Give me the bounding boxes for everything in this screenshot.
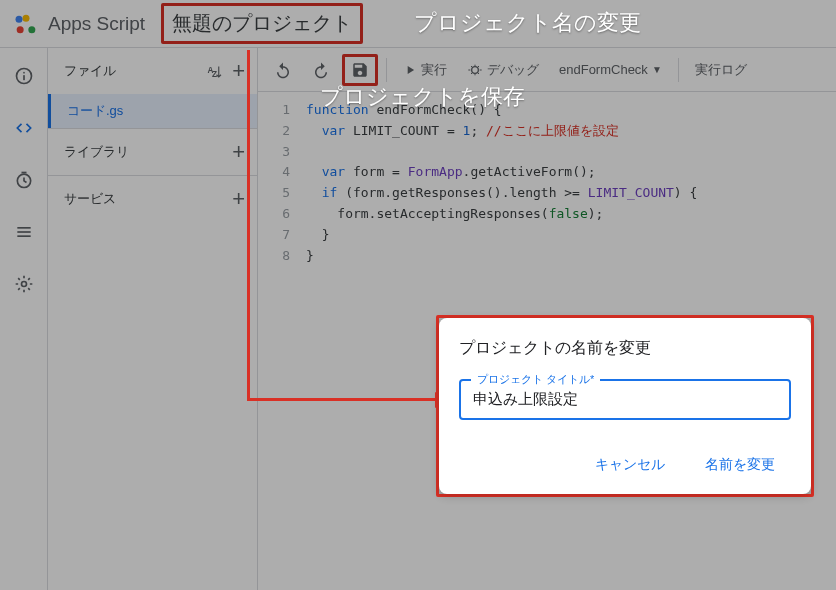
toolbar-divider-2: [678, 58, 679, 82]
add-library-icon[interactable]: +: [228, 139, 249, 165]
svg-point-3: [16, 15, 23, 22]
svg-rect-6: [23, 75, 25, 80]
files-label: ファイル: [64, 62, 116, 80]
svg-rect-9: [17, 231, 30, 233]
svg-point-2: [28, 26, 35, 33]
editor-icon[interactable]: [8, 112, 40, 144]
annotation-rename: プロジェクト名の変更: [414, 8, 641, 38]
rename-dialog-highlight: プロジェクトの名前を変更 プロジェクト タイトル* キャンセル 名前を変更: [436, 315, 814, 497]
line-gutter: 12345678: [258, 92, 298, 266]
svg-point-1: [23, 14, 30, 21]
libraries-section: ライブラリ +: [48, 128, 257, 175]
services-label: サービス: [64, 190, 116, 208]
undo-icon[interactable]: [266, 55, 300, 85]
info-icon[interactable]: [8, 60, 40, 92]
toolbar-divider: [386, 58, 387, 82]
files-header: ファイル AZ +: [48, 48, 257, 94]
svg-point-14: [472, 66, 479, 73]
arrow-vline: [247, 50, 250, 400]
annotation-save: プロジェクトを保存: [320, 82, 525, 112]
dialog-title: プロジェクトの名前を変更: [459, 338, 791, 359]
add-file-icon[interactable]: +: [228, 58, 249, 84]
svg-point-0: [17, 26, 24, 33]
libraries-label: ライブラリ: [64, 143, 129, 161]
project-title-input[interactable]: [473, 391, 777, 408]
function-selector[interactable]: endFormCheck▼: [551, 56, 670, 83]
project-name-input[interactable]: 無題のプロジェクト: [161, 3, 363, 44]
code-editor[interactable]: 12345678 function endFormCheck() { var L…: [258, 92, 836, 266]
code-body[interactable]: function endFormCheck() { var LIMIT_COUN…: [298, 92, 836, 266]
apps-script-logo-icon: [12, 10, 40, 38]
field-label: プロジェクト タイトル*: [471, 372, 600, 387]
executions-icon[interactable]: [8, 216, 40, 248]
left-rail: [0, 48, 48, 590]
services-section: サービス +: [48, 175, 257, 222]
exec-log-button[interactable]: 実行ログ: [687, 55, 755, 85]
redo-icon[interactable]: [304, 55, 338, 85]
triggers-icon[interactable]: [8, 164, 40, 196]
files-sidebar: ファイル AZ + コード.gs ライブラリ + サービス +: [48, 48, 258, 590]
svg-point-5: [23, 72, 25, 74]
dialog-actions: キャンセル 名前を変更: [459, 448, 791, 482]
svg-rect-10: [17, 235, 30, 237]
rename-button[interactable]: 名前を変更: [689, 448, 791, 482]
sort-icon[interactable]: AZ: [206, 62, 224, 80]
rename-dialog: プロジェクトの名前を変更 プロジェクト タイトル* キャンセル 名前を変更: [439, 318, 811, 494]
arrow-hline: [247, 398, 437, 401]
project-title-field[interactable]: プロジェクト タイトル*: [459, 379, 791, 420]
chevron-down-icon: ▼: [652, 64, 662, 75]
svg-text:Z: Z: [212, 70, 217, 79]
svg-rect-8: [17, 227, 30, 229]
settings-icon[interactable]: [8, 268, 40, 300]
save-button[interactable]: [342, 54, 378, 86]
file-code-gs[interactable]: コード.gs: [48, 94, 257, 128]
add-service-icon[interactable]: +: [228, 186, 249, 212]
cancel-button[interactable]: キャンセル: [579, 448, 681, 482]
debug-button[interactable]: デバッグ: [459, 55, 547, 85]
run-button[interactable]: 実行: [395, 55, 455, 85]
app-title: Apps Script: [48, 13, 145, 35]
svg-point-11: [21, 282, 26, 287]
